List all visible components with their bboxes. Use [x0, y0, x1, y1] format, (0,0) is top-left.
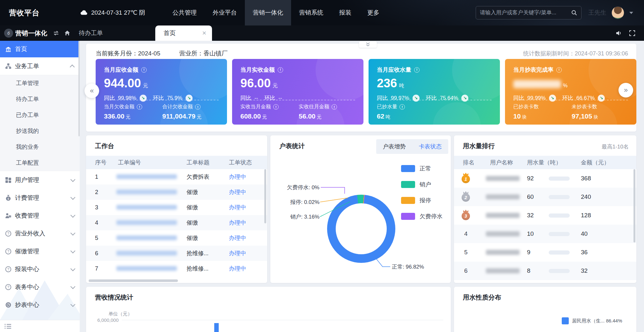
- info-icon[interactable]: [273, 104, 279, 110]
- legend-item-residential[interactable]: 居民用水（生... 86.44%: [562, 317, 622, 324]
- carousel-next-button[interactable]: [618, 83, 633, 97]
- close-icon[interactable]: [202, 30, 206, 37]
- sub-label: 当月欠收金额: [104, 104, 135, 110]
- bank-icon: [5, 46, 11, 52]
- vertical-scrollbar[interactable]: [264, 169, 266, 223]
- rank-value: 2: [465, 195, 467, 200]
- list-icon[interactable]: [4, 323, 12, 329]
- chevron-down-icon: [70, 195, 76, 200]
- overview-panel: 当前账务月份：2024-05 营业所：香山镇厂 统计数据刷新时间：2024-07…: [86, 44, 636, 132]
- carousel-prev-button[interactable]: [84, 83, 99, 98]
- sidebar-group-workorders[interactable]: 业务工单: [0, 57, 80, 75]
- ranking-range: 最高1-10名: [602, 143, 629, 150]
- bar-segment: [214, 323, 219, 332]
- legend-item-closed[interactable]: 销户: [401, 181, 431, 188]
- legend-item-arrears-shutoff[interactable]: 欠费停水: [401, 213, 443, 220]
- info-icon[interactable]: [399, 104, 405, 110]
- row-status-link[interactable]: 办理中: [229, 230, 246, 246]
- info-icon[interactable]: [414, 67, 420, 73]
- donut-chart: [327, 195, 395, 263]
- legend-item-suspended[interactable]: 报停: [401, 197, 431, 204]
- trend-down-icon: [186, 95, 193, 102]
- swap-arrows-icon[interactable]: [53, 30, 60, 37]
- speaker-icon[interactable]: [615, 30, 622, 37]
- grid-icon: [5, 177, 11, 183]
- sidebar-group-fees[interactable]: 收费管理: [0, 207, 80, 225]
- row-status-link[interactable]: 办理中: [229, 215, 246, 230]
- card-receivable-water: 当月应收水量 236吨 同比99.97% 环比75.64% 已抄水量62吨: [369, 59, 500, 125]
- sidebar-item-cc-me[interactable]: 抄送我的: [0, 123, 80, 139]
- row-title: 催缴: [187, 200, 198, 215]
- chevron-down-icon: [70, 248, 76, 253]
- todo-workorder-link[interactable]: 待办工单: [79, 25, 103, 41]
- nav-item-installation[interactable]: 报装: [331, 0, 359, 25]
- nav-item-more[interactable]: 更多: [359, 0, 387, 25]
- sidebar-group-users[interactable]: 用户管理: [0, 171, 80, 189]
- sidebar-group-billing[interactable]: $ 计费管理: [0, 189, 80, 207]
- sub-label: 实收当月金额: [240, 104, 271, 110]
- meter-gauge-icon: [5, 302, 11, 308]
- sidebar-group-label: 收费管理: [15, 212, 39, 220]
- panel-title: 用水性质分布: [463, 293, 501, 302]
- avatar[interactable]: [611, 6, 624, 19]
- tab-home[interactable]: 首页: [155, 25, 212, 41]
- info-icon[interactable]: [141, 67, 147, 73]
- table-row: 6抢维修...办理中: [86, 246, 267, 261]
- row-status-link[interactable]: 办理中: [229, 261, 246, 276]
- vertical-scrollbar[interactable]: [633, 169, 635, 242]
- table-row: 332128: [454, 206, 636, 225]
- sidebar-item-my-business[interactable]: 我的业务: [0, 139, 80, 155]
- row-status-link[interactable]: 办理中: [229, 184, 246, 200]
- rank-value: 1: [465, 177, 467, 182]
- home-icon[interactable]: [64, 30, 71, 37]
- nav-item-marketing-system[interactable]: 营销系统: [291, 0, 331, 25]
- table-row: 7抢维修...办理中: [86, 261, 267, 276]
- sidebar-group-installation-center[interactable]: ? 报装中心: [0, 260, 80, 278]
- sidebar-item-done-workorders[interactable]: 已办工单: [0, 107, 80, 123]
- search-icon[interactable]: [571, 10, 577, 16]
- sidebar-item-home[interactable]: 首页: [0, 41, 80, 57]
- info-icon[interactable]: [137, 104, 142, 110]
- search-input[interactable]: [480, 10, 571, 16]
- sidebar-group-meter-reading-center[interactable]: 抄表中心: [0, 296, 80, 314]
- info-icon[interactable]: [278, 67, 283, 73]
- info-icon[interactable]: [556, 67, 562, 73]
- row-status-link[interactable]: 办理中: [229, 200, 246, 215]
- nav-item-field[interactable]: 外业平台: [205, 0, 245, 25]
- legend-item-normal[interactable]: 正常: [401, 165, 431, 172]
- tab-meter-growth[interactable]: 户表增势: [383, 143, 406, 150]
- sidebar-item-todo-workorders[interactable]: 待办工单: [0, 91, 80, 107]
- col-no: 序号: [95, 156, 106, 169]
- question-circle-icon: ?: [5, 230, 11, 237]
- sidebar-group-label: 催缴管理: [15, 247, 39, 256]
- sidebar-group-meter-center[interactable]: ? 表务中心: [0, 278, 80, 296]
- sidebar-group-nonoperating-income[interactable]: ? 营业外收入: [0, 225, 80, 242]
- sub-unit: 元: [317, 114, 322, 119]
- global-search[interactable]: [476, 6, 582, 19]
- svg-text:?: ?: [7, 232, 9, 235]
- brand-title: 营收平台: [9, 0, 40, 25]
- nav-item-public[interactable]: 公共管理: [165, 0, 205, 25]
- info-icon[interactable]: [195, 104, 201, 110]
- row-status-link[interactable]: 办理中: [229, 169, 246, 184]
- fullscreen-icon[interactable]: [629, 30, 636, 37]
- sidebar-group-collection[interactable]: ? 催缴管理: [0, 242, 80, 260]
- sidebar-scrollbar[interactable]: [78, 41, 80, 136]
- collapse-handle[interactable]: [359, 41, 377, 48]
- card-received-amount: 当月实收金额 96.00元 同比-- 环比-- 实收当月金额608.00元 实收…: [232, 59, 363, 125]
- row-title: 催缴: [187, 230, 198, 246]
- chevron-down-icon[interactable]: [629, 12, 633, 16]
- horizontal-scrollbar[interactable]: [89, 279, 178, 282]
- callout-arrears-shutoff: 欠费停水: 0%: [282, 184, 319, 191]
- amount-value: 32: [581, 262, 588, 280]
- tab-card-status[interactable]: 卡表状态: [419, 143, 442, 150]
- sidebar-item-workorder-config[interactable]: 工单配置: [0, 155, 80, 171]
- col-rank: 排名: [463, 156, 474, 169]
- nav-item-marketing-integrated[interactable]: 营销一体化: [245, 0, 291, 25]
- info-icon[interactable]: [332, 104, 337, 110]
- sidebar-item-workorder-mgmt[interactable]: 工单管理: [0, 75, 80, 91]
- col-usage: 用水量（吨）: [527, 156, 561, 169]
- row-status-link[interactable]: 办理中: [229, 246, 246, 261]
- legend-swatch: [401, 165, 415, 172]
- sub-unit: 吨: [385, 114, 390, 119]
